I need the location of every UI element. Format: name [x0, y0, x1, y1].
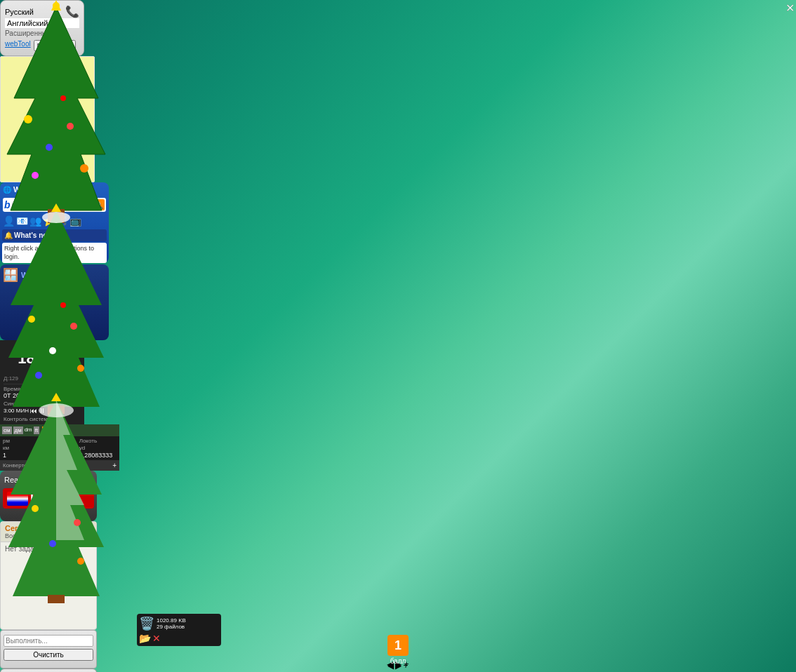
- apps-widget: Apps Utilities Control 🗑️ 📁 🖥️ 📧 🔵 🔧 ⚡ 🔑…: [0, 668, 97, 672]
- svg-point-26: [77, 558, 84, 565]
- svg-marker-20: [51, 203, 61, 212]
- svg-point-8: [60, 95, 66, 101]
- svg-point-14: [70, 323, 77, 330]
- trash-open-icon[interactable]: 📂: [139, 633, 151, 644]
- trash-size: 1020.89 KB: [157, 617, 186, 624]
- battery-sublabel: балл: [0, 657, 796, 665]
- trash-empty-icon[interactable]: ✕: [152, 633, 161, 644]
- christmas-tree-2: [0, 203, 112, 414]
- svg-point-4: [67, 123, 74, 130]
- messenger-close-icon[interactable]: ✕: [785, 1, 795, 15]
- svg-point-25: [49, 540, 56, 547]
- svg-point-19: [42, 212, 70, 223]
- svg-point-18: [60, 302, 66, 308]
- svg-point-15: [49, 347, 56, 354]
- trash-widget: 🗑️ 1020.89 KB 29 файлов 📂 ✕: [137, 614, 221, 646]
- trash-files: 29 файлов: [157, 624, 186, 630]
- svg-point-13: [28, 316, 35, 323]
- svg-rect-22: [48, 595, 65, 603]
- svg-point-17: [35, 372, 42, 379]
- christmas-tree-3: [0, 393, 112, 603]
- svg-point-10: [53, 2, 60, 9]
- svg-point-7: [32, 172, 39, 179]
- svg-point-23: [32, 505, 39, 512]
- christmas-tree-1: [0, 0, 112, 224]
- svg-point-6: [80, 164, 88, 173]
- svg-point-27: [39, 403, 74, 417]
- converter-add-icon[interactable]: +: [112, 462, 117, 469]
- svg-point-16: [77, 365, 84, 372]
- battery-score: 1: [387, 635, 409, 656]
- svg-marker-28: [51, 393, 61, 401]
- svg-point-24: [74, 519, 81, 526]
- svg-point-3: [24, 115, 32, 123]
- svg-point-5: [46, 144, 53, 151]
- svg-marker-11: [8, 210, 104, 407]
